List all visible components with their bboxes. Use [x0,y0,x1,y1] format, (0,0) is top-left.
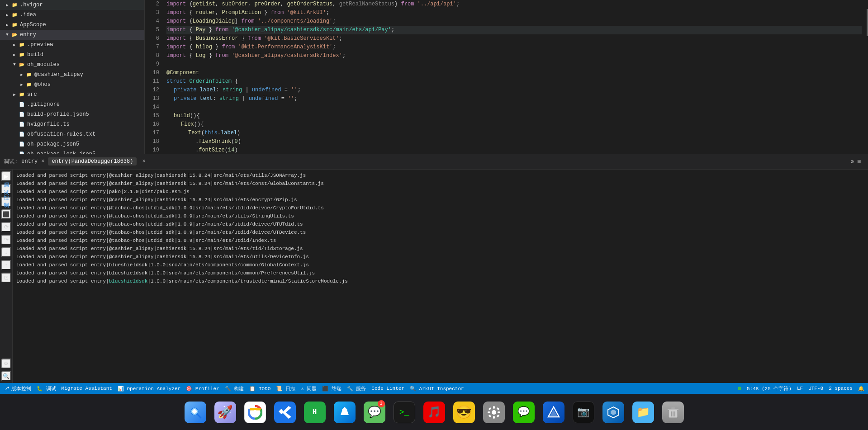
refresh-btn[interactable]: ⟳ [1,222,11,232]
log-btn[interactable]: 📜 日志 [276,385,295,392]
sidebar-item-label: hvigorfile.ts [27,121,70,128]
dock-camera[interactable]: 📷 [570,399,597,425]
debug-label: 🐛 调试 [37,385,56,392]
dock-chrome[interactable] [242,399,268,425]
profiler-btn[interactable]: 🎯 Profiler [186,386,219,392]
chrome-icon [244,402,266,423]
code-content: 2 3 4 5 6 7 8 9 10 11 12 13 14 15 16 17 [145,0,868,154]
sidebar-item-oh-modules[interactable]: ▼ 📂 oh_modules [0,60,144,70]
breadcrumb-entry[interactable]: entry [21,158,38,165]
control-btn[interactable]: ⬛ [1,209,11,219]
issue-btn[interactable]: ⚠ 问题 [301,385,317,392]
chevron-icon: ▶ [11,41,18,48]
operation-btn[interactable]: 📊 Operation Analyzer [118,386,180,392]
console-text: Loaded and parsed script entry|@taobao-o… [16,228,306,236]
arkui-inspector-btn[interactable]: 🔍 ArkUI Inspector [410,386,464,392]
sidebar-item-build[interactable]: ▶ 📁 build [0,50,144,60]
code-linter-btn[interactable]: Code Linter [371,386,404,391]
sidebar-item-ohos[interactable]: ▶ 📁 @ohos [0,80,144,90]
connection-indicator [738,387,741,390]
sidebar-item-label: .gitignore [27,101,60,108]
status-bar: ⎇ 版本控制 🐛 调试 Migrate Assistant 📊 Operatio… [0,383,868,394]
sidebar-item-entry[interactable]: ▼ 📂 entry [0,30,144,40]
sidebar-item-hvigorfile[interactable]: ▶ 📄 hvigorfile.ts [0,119,144,129]
top-section: ▶ 📁 .hvigor ▶ 📁 .idea ▶ 📁 AppScope ▼ 📂 e… [0,0,868,154]
svg-rect-19 [668,409,678,410]
cursor-position: 5:48 (25 个字符) [747,385,792,392]
debug-content[interactable]: Loaded and parsed script entry|@cashier_… [13,170,868,383]
console-text: Loaded and parsed script entry|blueshiel… [16,261,309,269]
console-btn[interactable]: 控制 [1,197,11,207]
step-over-btn[interactable]: ↷ [1,235,11,245]
debug-filter-btn[interactable]: 🔍 [1,371,11,381]
dock-launchpad[interactable]: 🚀 [212,399,238,425]
sidebar-item-appscope[interactable]: ▶ 📁 AppScope [0,20,144,30]
step-out-btn[interactable]: ↑ [1,260,11,270]
dock-finder[interactable] [182,399,209,425]
breadcrumb-close[interactable]: × [142,158,145,165]
trash-icon [662,402,684,423]
sidebar-item-src[interactable]: ▶ 📁 src [0,90,144,99]
sidebar-item-preview[interactable]: ▶ 📁 .preview [0,40,144,50]
dock-sysprefs[interactable] [481,399,507,425]
breadcrumb-file[interactable]: entry(PandaDebugger18638) [48,157,137,165]
dock-appstore[interactable] [332,399,358,425]
debug-settings-btn[interactable]: ⚙ [1,359,11,369]
svg-rect-12 [488,407,491,410]
sidebar-item-gitignore[interactable]: ▶ 📄 .gitignore [0,99,144,109]
dock-wechat[interactable]: 💬 [511,399,537,425]
build-btn[interactable]: 🔨 构建 [225,385,244,392]
dock-trash[interactable] [660,399,686,425]
log-label: 📜 日志 [276,385,295,392]
dock-unknown1[interactable] [600,399,626,425]
code-line: import { BusinessError } from '@kit.Basi… [166,34,862,43]
line-num: 3 [145,9,159,17]
debug-tabs-btn[interactable]: 调试 [1,184,11,194]
dock-cool[interactable]: 😎 [451,399,477,425]
sidebar-item-oh-package[interactable]: ▶ 📄 oh-package.json5 [0,139,144,149]
folder-icon: 📁 [18,51,25,58]
sidebar-item-hvigor[interactable]: ▶ 📁 .hvigor [0,0,144,10]
settings-icon[interactable]: ⚙ [851,158,854,165]
step-in-btn[interactable]: ↓ [1,247,11,257]
code-line: import {getList, subOrder, preOrder, get… [166,0,862,9]
split-icon[interactable]: ⊞ [858,158,861,165]
code-lines[interactable]: import {getList, subOrder, preOrder, get… [163,0,862,154]
migrate-btn[interactable]: Migrate Assistant [62,386,112,391]
run-button[interactable]: ▶ [1,171,11,181]
dock-netease[interactable]: 🎵 [421,399,447,425]
debug-breadcrumb: 调试: entry × entry(PandaDebugger18638) × [4,157,146,165]
sidebar-item-oh-package-lock[interactable]: ▶ 📄 oh-package-lock.json5 [0,149,144,154]
service-btn[interactable]: 🔧 服务 [347,385,366,392]
debug-status-btn[interactable]: 🐛 调试 [37,385,56,392]
sidebar-item-build-profile[interactable]: ▶ 📄 build-profile.json5 [0,109,144,119]
line-num: 8 [145,52,159,60]
version-control-btn[interactable]: ⎇ 版本控制 [4,385,31,392]
svg-point-4 [253,410,257,415]
console-line: Loaded and parsed script entry|blueshiel… [16,277,864,285]
svg-rect-14 [488,414,491,417]
line-num: 18 [145,137,159,146]
dock-hex[interactable]: H [302,399,328,425]
migrate-label: Migrate Assistant [62,386,112,391]
console-line: Loaded and parsed script entry|@cashier_… [16,253,864,261]
sidebar-item-idea[interactable]: ▶ 📁 .idea [0,10,144,20]
line-ending: LF [797,386,803,391]
dock-filemanager[interactable]: 📁 [630,399,656,425]
sidebar-item-obfuscation[interactable]: ▶ 📄 obfuscation-rules.txt [0,129,144,139]
line-num: 14 [145,103,159,112]
todo-btn[interactable]: 📋 TODO [249,386,270,392]
arkui-inspector-label: 🔍 ArkUI Inspector [410,386,464,392]
dock-terminal[interactable]: >_ [391,399,417,425]
svg-rect-13 [496,407,499,410]
pause-btn[interactable]: ⊡ [1,273,11,283]
dock-affinity[interactable] [541,399,567,425]
chevron-icon: ▶ [18,81,25,88]
notification-icon[interactable]: 🔔 [858,386,864,392]
sidebar-item-cashier-alipay[interactable]: ▶ 📁 @cashier_alipay [0,70,144,80]
dock-vscode[interactable] [272,399,298,425]
dock-messages[interactable]: 💬 1 [361,399,388,425]
folder-icon: 📁 [18,41,25,48]
terminal-btn[interactable]: ⬛ 终端 [322,385,342,392]
folder-icon: 📁 [25,81,33,88]
